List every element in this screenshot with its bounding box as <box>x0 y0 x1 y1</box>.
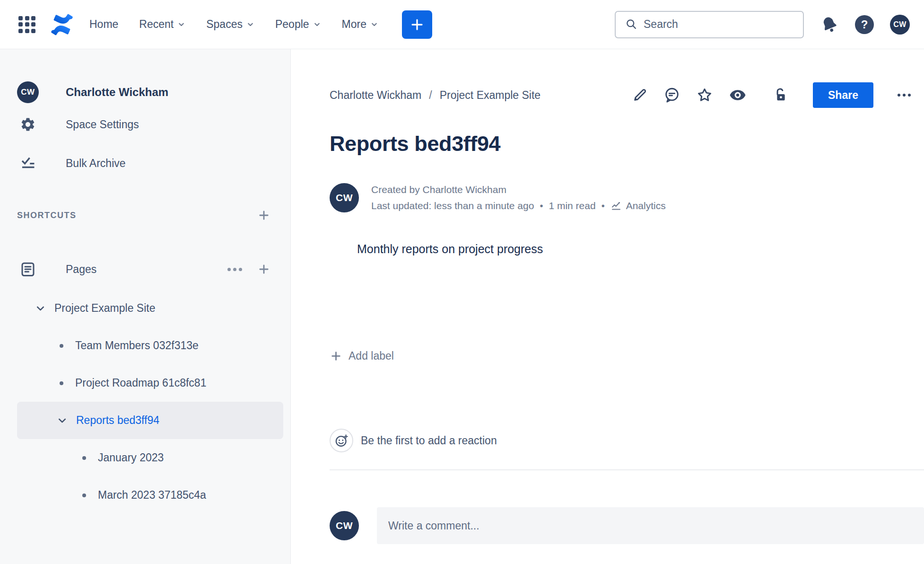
nav-more-label: More <box>342 18 366 31</box>
add-label-button[interactable]: Add label <box>330 350 394 362</box>
byline-text: Created by Charlotte Wickham Last update… <box>371 182 666 214</box>
create-button[interactable] <box>402 10 432 39</box>
space-header[interactable]: CW Charlotte Wickham <box>17 79 290 105</box>
sidebar-item-label: Space Settings <box>66 118 139 131</box>
app-shell: CW Charlotte Wickham Space Settings Bu <box>0 49 924 564</box>
sidebar-item-bulk-archive[interactable]: Bulk Archive <box>17 144 290 183</box>
byline-meta: Last updated: less than a minute ago • 1… <box>371 198 666 214</box>
more-actions-icon[interactable] <box>898 94 911 97</box>
pages-section-header[interactable]: Pages <box>17 251 290 288</box>
nav-recent-label: Recent <box>139 18 174 31</box>
comments-divider <box>330 469 924 470</box>
dot-separator: • <box>540 198 543 214</box>
breadcrumb-space[interactable]: Charlotte Wickham <box>330 89 421 102</box>
pencil-icon <box>632 87 648 103</box>
author-avatar[interactable]: CW <box>330 183 359 212</box>
tree-item-label: Team Members 032f313e <box>75 339 199 352</box>
share-button[interactable]: Share <box>813 82 873 108</box>
page-tree: Project Example Site Team Members 032f31… <box>17 290 290 514</box>
edit-button[interactable] <box>632 87 648 103</box>
star-icon <box>696 87 713 104</box>
help-icon[interactable]: ? <box>855 15 874 34</box>
add-shortcut-button[interactable] <box>257 209 270 222</box>
tree-item-label: Project Example Site <box>54 302 155 315</box>
created-by: Created by Charlotte Wickham <box>371 182 666 198</box>
nav-recent[interactable]: Recent <box>139 18 185 31</box>
sidebar-item-space-settings[interactable]: Space Settings <box>17 105 290 144</box>
unlock-icon <box>772 87 788 103</box>
plus-icon <box>330 350 342 362</box>
nav-spaces-label: Spaces <box>206 18 243 31</box>
notifications-bell-icon[interactable] <box>820 15 839 34</box>
chevron-down-icon <box>246 20 254 28</box>
tree-item-reports-selected[interactable]: Reports bed3ff94 <box>17 402 283 439</box>
chevron-down-icon[interactable] <box>56 414 68 426</box>
search-box <box>615 11 804 38</box>
last-updated[interactable]: Last updated: less than a minute ago <box>371 198 534 214</box>
tree-item-january-2023[interactable]: January 2023 <box>17 439 283 476</box>
analytics-chart-icon <box>610 200 622 212</box>
add-label-text: Add label <box>349 350 394 362</box>
page-body-text: Monthly reports on project progress <box>357 242 911 256</box>
smiley-plus-icon <box>334 433 349 448</box>
nav-left-group: Home Recent Spaces People More <box>17 10 432 39</box>
read-time: 1 min read <box>549 198 595 214</box>
analytics-label: Analytics <box>626 198 666 214</box>
nav-home-label: Home <box>89 18 118 31</box>
page-actions: Share <box>632 82 911 108</box>
tree-item-project-example-site[interactable]: Project Example Site <box>17 290 283 327</box>
nav-people[interactable]: People <box>275 18 321 31</box>
gear-icon <box>17 116 39 132</box>
pages-icon <box>17 261 39 278</box>
tree-item-project-roadmap[interactable]: Project Roadmap 61c8fc81 <box>17 364 283 402</box>
page-title: Reports bed3ff94 <box>330 132 911 155</box>
top-navigation: Home Recent Spaces People More <box>0 0 924 49</box>
analytics-link[interactable]: Analytics <box>610 198 666 214</box>
tree-item-march-2023[interactable]: March 2023 37185c4a <box>17 476 283 514</box>
comments-button[interactable] <box>663 87 680 104</box>
nav-spaces[interactable]: Spaces <box>206 18 254 31</box>
space-sidebar: CW Charlotte Wickham Space Settings Bu <box>0 49 291 564</box>
page-header: Charlotte Wickham / Project Example Site <box>330 80 911 110</box>
nav-home[interactable]: Home <box>89 18 118 31</box>
breadcrumb-parent-page[interactable]: Project Example Site <box>440 89 540 102</box>
bullet-icon <box>82 456 86 460</box>
favorite-star-button[interactable] <box>696 87 713 104</box>
primary-menu: Home Recent Spaces People More <box>89 18 378 31</box>
commenter-avatar: CW <box>330 511 359 540</box>
bullet-icon <box>60 344 63 348</box>
add-page-button[interactable] <box>257 263 270 276</box>
space-name: Charlotte Wickham <box>66 86 168 99</box>
bulk-archive-icon <box>17 155 39 171</box>
pages-more-icon[interactable] <box>227 268 242 271</box>
app-switcher-icon[interactable] <box>17 14 37 35</box>
restrictions-button[interactable] <box>772 87 788 103</box>
comment-bubble-icon <box>663 87 680 104</box>
plus-icon <box>257 263 270 276</box>
nav-more[interactable]: More <box>342 18 378 31</box>
confluence-logo-icon[interactable] <box>50 13 74 36</box>
bullet-icon <box>60 381 63 385</box>
breadcrumb-separator: / <box>429 89 432 102</box>
tree-item-label: January 2023 <box>98 451 164 464</box>
pages-label: Pages <box>66 263 96 276</box>
watch-button[interactable] <box>729 86 747 104</box>
add-reaction-button[interactable] <box>330 429 353 452</box>
pages-actions <box>227 263 270 276</box>
nav-right-group: ? CW <box>615 11 910 38</box>
dot-separator: • <box>601 198 605 214</box>
tree-item-label: Project Roadmap 61c8fc81 <box>75 377 206 389</box>
chevron-down-icon[interactable] <box>34 302 46 314</box>
comment-input[interactable] <box>377 507 924 544</box>
nav-people-label: People <box>275 18 309 31</box>
search-input[interactable] <box>644 18 797 31</box>
tree-item-label: Reports bed3ff94 <box>76 414 159 427</box>
eye-icon <box>729 86 747 104</box>
page-content: Charlotte Wickham / Project Example Site <box>291 49 924 564</box>
tree-item-team-members[interactable]: Team Members 032f313e <box>17 327 283 364</box>
byline: CW Created by Charlotte Wickham Last upd… <box>330 182 911 214</box>
reaction-prompt: Be the first to add a reaction <box>361 434 497 447</box>
plus-icon <box>257 209 270 222</box>
user-avatar[interactable]: CW <box>890 15 910 35</box>
chevron-down-icon <box>370 20 378 28</box>
